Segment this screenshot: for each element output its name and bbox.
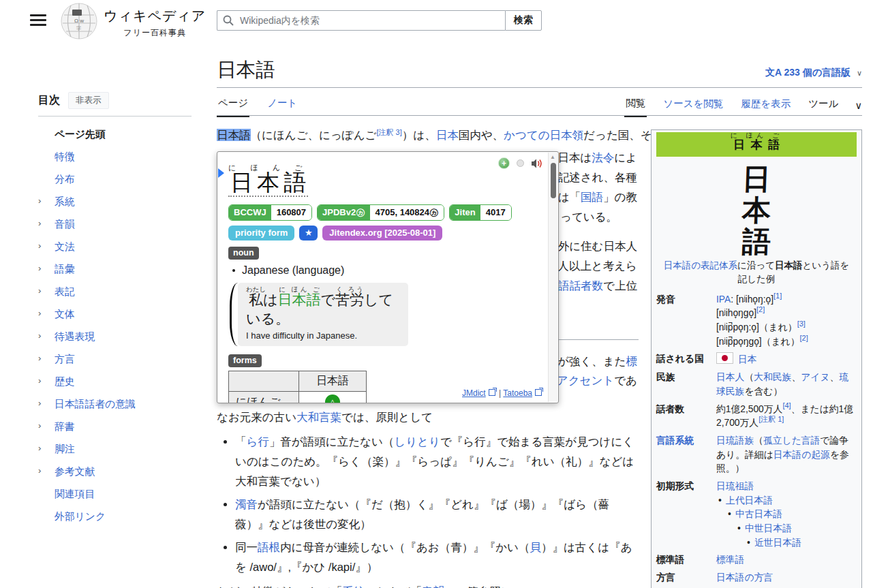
toc-item[interactable]: ›文法 — [38, 236, 192, 258]
link[interactable]: かつての日本領 — [504, 129, 583, 141]
link[interactable]: 国語 — [581, 191, 603, 203]
popup-scrollbar[interactable]: ▲ — [548, 153, 557, 402]
toc-item[interactable]: 外部リンク — [38, 506, 192, 528]
toc-item[interactable]: ›歴史 — [38, 371, 192, 393]
tab-read[interactable]: 閲覧 — [624, 94, 647, 117]
reference-link[interactable]: [2] — [799, 334, 808, 342]
infobox-label[interactable]: 言語系統 — [656, 434, 716, 448]
link[interactable]: アイヌ — [801, 372, 829, 382]
link[interactable]: 貝 — [530, 541, 541, 553]
link[interactable]: アクセント — [557, 374, 614, 386]
wikipedia-wordmark[interactable]: ウィキペディア フリー百科事典 — [104, 7, 206, 39]
link[interactable]: IPA — [716, 294, 731, 305]
search-input[interactable] — [239, 14, 505, 27]
link[interactable]: 孤立した言語 — [763, 435, 820, 446]
tab-page[interactable]: ページ — [217, 94, 249, 117]
link[interactable]: 大和民族 — [754, 372, 791, 382]
tatoeba-link[interactable]: Tatoeba — [503, 388, 532, 398]
link[interactable]: 日本人 — [716, 372, 744, 382]
chevron-right-icon[interactable]: › — [38, 218, 41, 228]
chevron-right-icon[interactable]: › — [38, 241, 41, 251]
link[interactable]: 日琉語族 — [716, 435, 754, 446]
link[interactable]: ら行 — [247, 435, 269, 448]
link[interactable]: 日本語の起源 — [774, 450, 830, 460]
bullet-icon — [232, 269, 235, 272]
link[interactable]: 日本 — [436, 129, 459, 141]
toc-item-label: 歴史 — [55, 376, 75, 387]
dictionary-source-tag: Jitendex.org [2025-08-01] — [322, 226, 442, 241]
language-versions-button[interactable]: 文A 233 個の言語版 ∨ — [765, 67, 862, 79]
link[interactable]: 近世日本語 — [754, 538, 801, 548]
link[interactable]: 語根 — [258, 541, 280, 553]
reference-link[interactable]: [2] — [756, 306, 765, 314]
main-menu-icon[interactable] — [30, 14, 46, 27]
toc-item[interactable]: ›方言 — [38, 348, 192, 371]
article-line: アクセントであ — [557, 371, 637, 390]
link[interactable]: 音韻 — [422, 585, 444, 588]
form-marker-cell: △ — [298, 392, 366, 403]
link[interactable]: 日琉祖語 — [716, 481, 754, 491]
reference-link[interactable]: [注釈 3] — [376, 128, 401, 136]
link[interactable]: 標 — [626, 355, 638, 367]
search-button[interactable]: 検索 — [505, 10, 542, 31]
toc-item[interactable]: ›系統 — [38, 191, 192, 213]
toc-item[interactable]: 分布 — [38, 168, 192, 191]
link[interactable]: 日本語の方言 — [716, 572, 773, 583]
toc-item[interactable]: ›参考文献 — [38, 461, 192, 483]
list-item: 濁音が語頭に立たない（『だ（抱）く』『どれ』『ば（場）』『ばら（薔薇）』などは後… — [235, 495, 641, 534]
reference-link[interactable]: [1] — [774, 292, 782, 300]
link[interactable]: しりとり — [394, 435, 440, 448]
toc-item-label: 辞書 — [55, 421, 75, 432]
chevron-right-icon[interactable]: › — [38, 398, 41, 408]
tab-view-source[interactable]: ソースを閲覧 — [662, 95, 724, 117]
tab-talk[interactable]: ノート — [266, 94, 298, 117]
chevron-right-icon[interactable]: › — [38, 308, 41, 318]
toc-item-label: 音韻 — [55, 219, 75, 230]
toc-item[interactable]: ›文体 — [38, 303, 192, 326]
link[interactable]: 日本語の表記体系 — [664, 260, 737, 270]
headword[interactable]: 日本語に ほ ん ご — [228, 164, 546, 198]
toc-item-label: 系統 — [55, 196, 75, 207]
link[interactable]: 上代日本語 — [726, 495, 773, 506]
chevron-right-icon[interactable]: › — [38, 443, 41, 453]
tab-history[interactable]: 履歴を表示 — [739, 95, 792, 117]
reference-link[interactable]: [3] — [797, 320, 806, 328]
toc-item[interactable]: ›表記 — [38, 281, 192, 303]
scrollbar-thumb[interactable] — [551, 163, 556, 198]
link[interactable]: 中古日本語 — [735, 509, 782, 519]
scroll-up-icon[interactable]: ▲ — [550, 154, 555, 160]
forms-header-word: 日本語 — [298, 371, 366, 392]
link[interactable]: 標準語 — [716, 555, 744, 565]
toc-item[interactable]: ページ先頭 — [38, 123, 192, 146]
chevron-right-icon[interactable]: › — [38, 263, 41, 273]
wikipedia-logo[interactable]: Ω w 字 — [60, 1, 98, 44]
link[interactable]: 大和言葉 — [296, 411, 341, 423]
link[interactable]: 中世日本語 — [745, 523, 792, 533]
chevron-right-icon[interactable]: › — [38, 330, 41, 341]
toc-item[interactable]: ›辞書 — [38, 416, 192, 438]
reference-link[interactable]: [注釈 1] — [759, 416, 784, 424]
link[interactable]: 法令 — [592, 151, 614, 164]
toc-item[interactable]: ›脚注 — [38, 438, 192, 461]
toc-item[interactable]: ›音韻 — [38, 213, 192, 236]
text: 万人以上と考えら — [547, 260, 637, 272]
link[interactable]: 日本 — [738, 354, 757, 365]
toc-hide-button[interactable]: 非表示 — [68, 92, 109, 109]
link[interactable]: 系統 — [342, 585, 365, 588]
chevron-right-icon[interactable]: › — [38, 465, 41, 476]
toc-item[interactable]: ›待遇表現 — [38, 326, 192, 348]
jmdict-link[interactable]: JMdict — [462, 388, 486, 398]
chevron-right-icon[interactable]: › — [38, 353, 41, 363]
star-icon[interactable]: ★ — [299, 226, 318, 241]
chevron-right-icon[interactable]: › — [38, 285, 41, 296]
chevron-right-icon[interactable]: › — [38, 196, 41, 206]
toc-item[interactable]: ›日本語話者の意識 — [38, 393, 192, 416]
toc-item[interactable]: ›語彙 — [38, 258, 192, 281]
chevron-right-icon[interactable]: › — [38, 375, 41, 386]
toc-item[interactable]: 特徴 — [38, 146, 192, 168]
toc-item[interactable]: 関連項目 — [38, 483, 192, 506]
chevron-right-icon[interactable]: › — [38, 420, 41, 431]
tab-tools[interactable]: ツール — [807, 95, 840, 117]
reference-link[interactable]: [4] — [782, 401, 791, 409]
link[interactable]: 濁音 — [235, 498, 258, 510]
